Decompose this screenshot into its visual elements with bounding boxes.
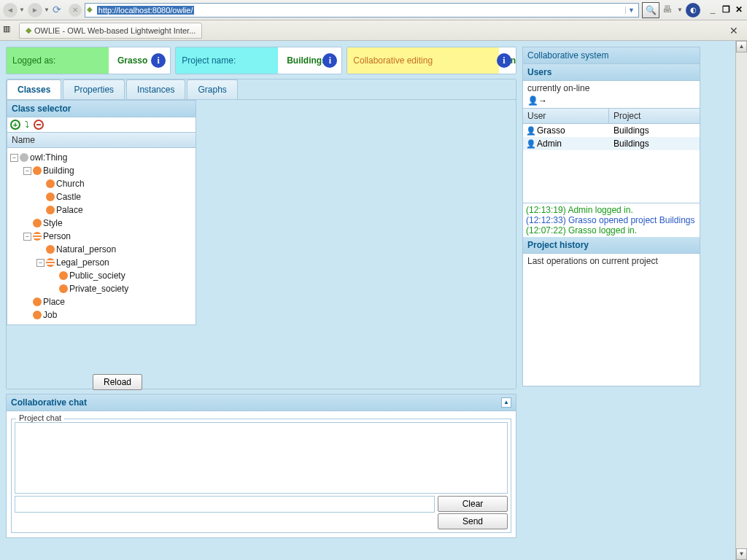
- url-dropdown-icon[interactable]: ▼: [625, 7, 637, 14]
- class-tree: −owl:Thing −Building Church Castle Palac…: [7, 148, 196, 324]
- collapse-icon[interactable]: ▲: [501, 397, 511, 408]
- tree-node[interactable]: Natural_person: [10, 243, 193, 256]
- forward-button[interactable]: ►: [28, 3, 42, 18]
- log-entry: (12:13:19) Admin logged in.: [526, 205, 697, 215]
- class-icon: [46, 258, 55, 267]
- address-bar[interactable]: ◆ http://localhost:8080/owlie/ ▼: [85, 3, 639, 18]
- fieldset-legend: Project chat: [16, 413, 64, 422]
- print-icon[interactable]: 🖶: [662, 4, 676, 17]
- tab-bar: ▥ ◆ OWLIE - OWL Web-based Lightweight In…: [0, 20, 747, 41]
- tab-close-icon[interactable]: ✕: [729, 25, 738, 36]
- collapse-icon[interactable]: −: [23, 233, 31, 241]
- user-row[interactable]: 👤GrassoBuildings: [523, 124, 700, 137]
- user-project: Buildings: [609, 137, 700, 150]
- tree-node[interactable]: Church: [10, 177, 193, 190]
- class-icon: [59, 284, 68, 293]
- collab-editing-label: Collaborative editing: [347, 47, 499, 74]
- user-name: Grasso: [537, 125, 565, 136]
- user-column: User: [523, 109, 609, 123]
- user-row[interactable]: 👤AdminBuildings: [523, 137, 700, 150]
- url-text: http://localhost:8080/owlie/: [97, 6, 195, 15]
- tree-node[interactable]: −Person: [10, 230, 193, 243]
- class-icon: [33, 232, 42, 241]
- project-name-value: Buildings: [278, 55, 327, 66]
- class-icon: [46, 179, 55, 188]
- user-icon: 👤: [526, 126, 535, 135]
- logged-as-label: Logged as:: [7, 47, 109, 74]
- tree-label: Person: [43, 231, 71, 241]
- tree-node[interactable]: Place: [10, 295, 193, 308]
- maximize-button[interactable]: ❐: [721, 5, 731, 15]
- add-class-icon[interactable]: +: [10, 120, 20, 130]
- stop-icon[interactable]: ✕: [69, 4, 82, 17]
- class-icon: [46, 192, 55, 201]
- main-panel: Classes Properties Instances Graphs Clas…: [6, 79, 516, 389]
- print-menu-icon[interactable]: ▼: [677, 7, 683, 13]
- users-header: Users: [523, 64, 700, 81]
- vertical-scrollbar[interactable]: ▲ ▼: [735, 41, 747, 560]
- info-icon[interactable]: i: [322, 53, 337, 68]
- tree-label: Job: [43, 310, 57, 320]
- scroll-up-icon[interactable]: ▲: [736, 41, 747, 52]
- tab-instances[interactable]: Instances: [126, 79, 185, 99]
- send-button[interactable]: Send: [438, 513, 508, 529]
- class-icon: [46, 245, 55, 254]
- info-icon[interactable]: i: [497, 53, 511, 68]
- site-icon: ◆: [87, 5, 97, 15]
- chat-input[interactable]: [15, 496, 435, 513]
- tab-classes[interactable]: Classes: [7, 79, 61, 99]
- chat-title: Collaborative chat: [11, 397, 87, 408]
- collapse-icon[interactable]: −: [10, 154, 18, 162]
- class-selector-title: Class selector: [7, 101, 196, 117]
- back-menu-icon[interactable]: ▼: [19, 7, 25, 13]
- main-tabs: Classes Properties Instances Graphs: [7, 79, 516, 100]
- remove-class-icon[interactable]: [34, 120, 44, 130]
- minimize-button[interactable]: _: [708, 5, 718, 15]
- tree-node[interactable]: Style: [10, 217, 193, 230]
- new-tab-icon[interactable]: ▥: [3, 24, 16, 37]
- reload-button[interactable]: Reload: [93, 374, 142, 390]
- tree-label: Place: [43, 297, 65, 307]
- scroll-down-icon[interactable]: ▼: [736, 548, 747, 560]
- tree-label: Palace: [56, 205, 83, 215]
- clear-button[interactable]: Clear: [438, 496, 508, 512]
- class-icon: [33, 219, 42, 228]
- reload-icon[interactable]: ⟳: [53, 4, 66, 17]
- tree-label: Private_society: [69, 284, 128, 294]
- history-header: Project history: [523, 237, 700, 254]
- logged-as-box: Logged as: Grasso i: [6, 47, 171, 74]
- chat-display: [15, 422, 508, 494]
- info-icon[interactable]: i: [151, 53, 166, 68]
- user-list: 👤GrassoBuildings👤AdminBuildings: [523, 124, 700, 203]
- project-column: Project: [609, 109, 700, 123]
- tree-node[interactable]: Private_society: [10, 282, 193, 295]
- tree-node[interactable]: Public_society: [10, 269, 193, 282]
- tree-node[interactable]: Castle: [10, 190, 193, 203]
- activity-log: (12:13:19) Admin logged in.(12:12:33) Gr…: [523, 203, 700, 237]
- tab-graphs[interactable]: Graphs: [187, 79, 237, 99]
- forward-menu-icon[interactable]: ▼: [44, 7, 50, 13]
- tab-properties[interactable]: Properties: [63, 79, 125, 99]
- class-icon: [33, 311, 42, 319]
- tree-node[interactable]: −owl:Thing: [10, 151, 193, 164]
- tree-node[interactable]: Job: [10, 308, 193, 322]
- info-strip: Logged as: Grasso i Project name: Buildi…: [6, 47, 516, 74]
- class-icon: [20, 153, 28, 162]
- tab-favicon: ◆: [26, 26, 31, 35]
- tree-node[interactable]: −Legal_person: [10, 256, 193, 269]
- browser-tab[interactable]: ◆ OWLIE - OWL Web-based Lightweight Inte…: [19, 23, 202, 39]
- collapse-icon[interactable]: −: [23, 167, 31, 175]
- project-chat-fieldset: Project chat Clear Send: [11, 419, 511, 533]
- tree-label: Legal_person: [56, 257, 109, 268]
- user-project: Buildings: [609, 124, 700, 137]
- tree-node[interactable]: Palace: [10, 203, 193, 217]
- collab-editing-box: Collaborative editing on i: [347, 47, 516, 74]
- tree-label: Church: [56, 179, 85, 189]
- add-subclass-icon[interactable]: ⤵: [22, 120, 32, 130]
- tree-node[interactable]: −Building: [10, 164, 193, 177]
- back-button[interactable]: ◄: [3, 3, 18, 18]
- globe-icon[interactable]: ◐: [686, 3, 700, 18]
- collapse-icon[interactable]: −: [36, 259, 44, 267]
- search-button[interactable]: 🔍: [642, 2, 659, 18]
- close-button[interactable]: ✕: [734, 5, 744, 15]
